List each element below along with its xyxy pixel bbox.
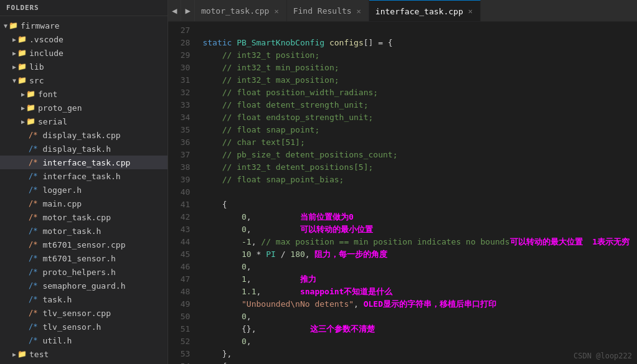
file-icon: /* [29, 144, 37, 153]
file-icon: /* [29, 199, 37, 208]
folder-icon: 📁 [17, 49, 27, 57]
item-label: main.cpp [42, 199, 82, 208]
file-icon: /* [29, 226, 37, 235]
tab-label: interface_task.cpp [375, 7, 463, 16]
expand-arrow: ▶ [21, 91, 25, 98]
sidebar-item-include[interactable]: ▶ 📁 include [0, 46, 168, 60]
file-icon: /* [29, 172, 37, 180]
item-label: lib [29, 62, 44, 72]
item-label: include [29, 49, 64, 58]
expand-arrow: ▶ [21, 105, 25, 111]
item-label: semaphore_guard.h [42, 281, 125, 291]
sidebar-item-lib[interactable]: ▶ 📁 lib [0, 60, 168, 73]
folder-icon: 📁 [26, 117, 35, 126]
item-label: mt6701_sensor.cpp [42, 240, 125, 250]
folder-icon: 📁 [17, 35, 27, 44]
expand-arrow: ▼ [12, 77, 16, 84]
sidebar-item-proto_gen[interactable]: ▶ 📁 proto_gen [0, 101, 168, 114]
file-icon: /* [29, 213, 37, 222]
expand-arrow: ▶ [12, 50, 16, 57]
item-label: serial [38, 117, 67, 126]
item-label: util.h [42, 336, 72, 345]
sidebar-item-src[interactable]: ▼ 📁 src [0, 73, 168, 87]
sidebar-item-firmware[interactable]: ▼ 📁 firmware [0, 19, 168, 32]
item-label: interface_task.cpp [42, 158, 130, 167]
expand-arrow: ▶ [21, 118, 25, 125]
tabs-bar: ◀ ▶ motor_task.cpp ✕ Find Results ✕ inte… [168, 0, 637, 22]
watermark: CSDN @loop222 [573, 352, 632, 360]
file-icon: /* [29, 336, 37, 345]
item-label: proto_gen [38, 103, 82, 113]
file-icon: /* [29, 131, 37, 139]
sidebar-item-display-task-h[interactable]: /* display_task.h [0, 142, 168, 156]
item-label: test [29, 350, 49, 359]
sidebar-item-interface-task-h[interactable]: /* interface_task.h [0, 169, 168, 183]
sidebar-item-font[interactable]: ▶ 📁 font [0, 87, 168, 101]
folder-icon: 📁 [17, 76, 27, 85]
item-label: interface_task.h [42, 172, 120, 181]
sidebar-item-motor-task-h[interactable]: /* motor_task.h [0, 224, 168, 238]
sidebar-item-main-cpp[interactable]: /* main.cpp [0, 197, 168, 210]
file-icon: /* [29, 281, 37, 290]
line-numbers: 27 28 29 30 31 32 33 34 35 36 37 38 39 4… [168, 22, 195, 364]
sidebar-item-tlv-cpp[interactable]: /* tlv_sensor.cpp [0, 306, 168, 320]
tab-close-find-results[interactable]: ✕ [356, 6, 362, 16]
tab-label: Find Results [293, 6, 352, 16]
item-label: tlv_sensor.h [42, 322, 101, 332]
tab-nav-forward[interactable]: ▶ [181, 0, 194, 21]
folder-icon: 📁 [9, 21, 18, 30]
sidebar-item-mt6701-h[interactable]: /* mt6701_sensor.h [0, 251, 168, 265]
code-container[interactable]: 27 28 29 30 31 32 33 34 35 36 37 38 39 4… [168, 22, 637, 364]
sidebar-item-display-task-cpp[interactable]: /* display_task.cpp [0, 128, 168, 142]
tab-close-interface-task[interactable]: ✕ [467, 6, 474, 16]
folder-tree: ▼ 📁 firmware ▶ 📁 .vscode ▶ 📁 include ▶ 📁… [0, 16, 168, 364]
sidebar-item-logger-h[interactable]: /* logger.h [0, 183, 168, 197]
sidebar-item-test[interactable]: ▶ 📁 test [0, 347, 168, 361]
editor-area: ◀ ▶ motor_task.cpp ✕ Find Results ✕ inte… [168, 0, 637, 364]
sidebar-item-interface-task-cpp[interactable]: /* interface_task.cpp [0, 156, 168, 169]
sidebar-item-task-h[interactable]: /* task.h [0, 292, 168, 306]
sidebar-item-proto-helpers-h[interactable]: /* proto_helpers.h [0, 265, 168, 279]
item-label: .vscode [29, 35, 64, 44]
item-label: motor_task.cpp [42, 213, 111, 222]
item-label: mt6701_sensor.h [42, 254, 115, 263]
item-label: display_task.h [42, 144, 111, 154]
tab-interface-task[interactable]: interface_task.cpp ✕ [369, 0, 481, 22]
expand-arrow: ▶ [12, 36, 16, 43]
file-icon: /* [29, 309, 37, 317]
item-label: task.h [42, 295, 72, 304]
file-icon: /* [29, 295, 37, 304]
sidebar-item-motor-task-cpp[interactable]: /* motor_task.cpp [0, 210, 168, 224]
sidebar-item-semaphore-h[interactable]: /* semaphore_guard.h [0, 279, 168, 292]
sidebar: FOLDERS ▼ 📁 firmware ▶ 📁 .vscode ▶ 📁 inc… [0, 0, 168, 364]
folder-icon: 📁 [26, 103, 35, 112]
tab-motor-task[interactable]: motor_task.cpp ✕ [195, 0, 287, 22]
file-icon: /* [29, 185, 37, 194]
sidebar-item-tlv-h[interactable]: /* tlv_sensor.h [0, 320, 168, 334]
item-label: font [38, 90, 57, 99]
tab-nav-back[interactable]: ◀ [168, 0, 181, 21]
sidebar-item-util-h[interactable]: /* util.h [0, 334, 168, 347]
sidebar-item-mt6701-cpp[interactable]: /* mt6701_sensor.cpp [0, 238, 168, 251]
code-content[interactable]: static PB_SmartKnobConfig configs[] = { … [195, 22, 637, 364]
item-label: logger.h [42, 185, 82, 195]
sidebar-item-vscode[interactable]: ▶ 📁 .vscode [0, 32, 168, 46]
sidebar-item-serial[interactable]: ▶ 📁 serial [0, 114, 168, 128]
folder-icon: 📁 [26, 90, 35, 98]
sidebar-header: FOLDERS [0, 0, 168, 16]
tab-label: motor_task.cpp [201, 6, 270, 16]
sidebar-item-gitignore[interactable]: ≡ .gitignore [0, 361, 168, 364]
file-icon: /* [29, 322, 37, 331]
file-icon: /* [29, 254, 37, 263]
tab-close-motor-task[interactable]: ✕ [273, 6, 280, 16]
expand-arrow: ▼ [4, 22, 7, 29]
expand-arrow: ▶ [12, 63, 16, 70]
file-icon: /* [29, 158, 37, 167]
item-label: firmware [21, 21, 60, 30]
item-label: src [29, 76, 44, 85]
tab-find-results[interactable]: Find Results ✕ [287, 0, 369, 22]
file-icon: /* [29, 268, 37, 276]
item-label: motor_task.h [42, 226, 101, 236]
folder-icon: 📁 [17, 350, 27, 358]
item-label: proto_helpers.h [42, 268, 115, 277]
